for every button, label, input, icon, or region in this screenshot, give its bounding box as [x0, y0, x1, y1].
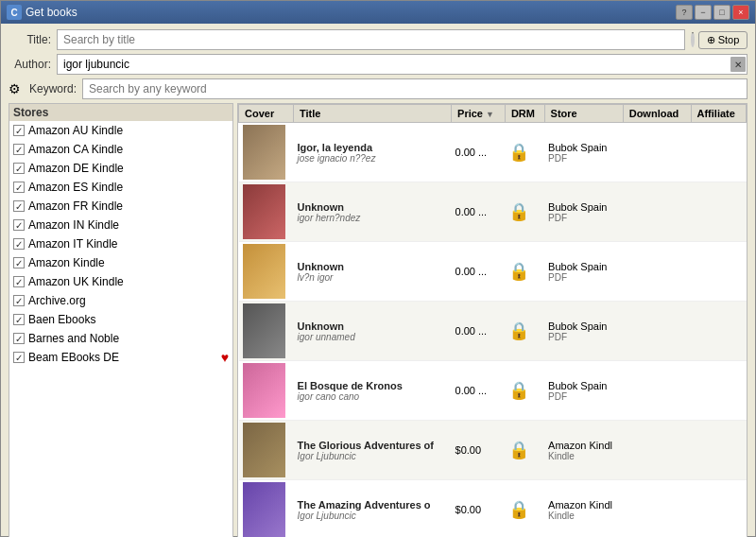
gear-icon[interactable]: ⚙: [9, 81, 21, 96]
book-author-0: jose ignacio n??ez: [298, 153, 448, 164]
store-type-1: PDF: [548, 213, 619, 223]
table-row[interactable]: The Amazing Adventures o Igor Ljubuncic …: [239, 480, 747, 538]
col-price[interactable]: Price ▼: [452, 105, 506, 123]
book-download-cell-4: [623, 361, 691, 421]
store-item-amazon-it[interactable]: Amazon IT Kindle: [9, 234, 232, 253]
col-title[interactable]: Title: [294, 105, 452, 123]
store-item-amazon-uk[interactable]: Amazon UK Kindle: [9, 272, 232, 291]
table-row[interactable]: Unknown lv?n igor 0.00 ... 🔒 Bubok Spain…: [239, 242, 747, 302]
store-checkbox-amazon-ca[interactable]: [13, 144, 25, 155]
col-download: Download: [623, 105, 691, 123]
table-row[interactable]: Unknown igor unnamed 0.00 ... 🔒 Bubok Sp…: [239, 302, 747, 361]
main-window: C Get books ? − □ × Title: ⊕ Stop Autho: [0, 0, 756, 537]
results-table-container[interactable]: Cover Title Price ▼ DRM Store: [237, 103, 747, 537]
store-label-barnes: Barnes and Noble: [28, 332, 119, 345]
book-drm-cell-3: 🔒: [505, 302, 544, 361]
store-type-4: PDF: [548, 391, 619, 402]
book-author-3: igor unnamed: [298, 332, 448, 342]
table-row[interactable]: Unknown igor hern?ndez 0.00 ... 🔒 Bubok …: [239, 182, 747, 242]
store-checkbox-amazon-de[interactable]: [13, 163, 25, 174]
titlebar-left: C Get books: [7, 5, 77, 20]
stores-list[interactable]: Amazon AU Kindle Amazon CA Kindle Amazon…: [9, 121, 233, 537]
window-close-button[interactable]: ×: [732, 5, 749, 20]
store-item-amazon-de[interactable]: Amazon DE Kindle: [9, 159, 232, 178]
favorite-icon: ♥: [221, 350, 229, 365]
store-label-baen: Baen Ebooks: [28, 313, 95, 326]
table-row[interactable]: The Glorious Adventures of Igor Ljubunci…: [239, 421, 747, 480]
loading-spinner: [691, 32, 695, 47]
book-title-0: Igor, la leyenda: [298, 142, 448, 153]
minimize-button[interactable]: −: [695, 5, 712, 20]
book-title-cell-2: Unknown lv?n igor: [294, 242, 452, 302]
book-cover-5: [243, 423, 285, 477]
store-label-amazon-de: Amazon DE Kindle: [28, 162, 124, 175]
book-download-cell-2: [623, 242, 691, 302]
store-name-0: Bubok Spain: [548, 142, 619, 153]
results-tbody: Igor, la leyenda jose ignacio n??ez 0.00…: [239, 123, 747, 538]
book-store-cell-1: Bubok Spain PDF: [544, 182, 623, 242]
store-item-barnes[interactable]: Barnes and Noble: [9, 329, 232, 348]
store-checkbox-amazon-au[interactable]: [13, 125, 25, 136]
drm-lock-icon-2: 🔒: [508, 259, 529, 284]
table-header-row: Cover Title Price ▼ DRM Store: [239, 105, 747, 123]
store-item-beam[interactable]: Beam EBooks DE ♥: [9, 348, 232, 367]
table-row[interactable]: El Bosque de Kronos igor cano cano 0.00 …: [239, 361, 747, 421]
store-item-amazon-in[interactable]: Amazon IN Kindle: [9, 216, 232, 234]
book-author-2: lv?n igor: [298, 272, 448, 283]
store-checkbox-barnes[interactable]: [13, 333, 25, 344]
book-cover-cell-2: [239, 242, 294, 302]
author-row: Author: ✕: [9, 54, 747, 75]
store-checkbox-amazon-it[interactable]: [13, 238, 25, 250]
store-label-amazon-fr: Amazon FR Kindle: [28, 199, 123, 213]
store-checkbox-amazon-fr[interactable]: [13, 200, 25, 212]
book-affiliate-cell-6: [691, 480, 746, 538]
store-checkbox-beam[interactable]: [13, 352, 25, 363]
keyword-input[interactable]: [82, 78, 747, 99]
store-item-archive-org[interactable]: Archive.org: [9, 291, 232, 310]
store-item-baen[interactable]: Baen Ebooks: [9, 310, 232, 329]
help-button[interactable]: ?: [676, 5, 693, 20]
store-label-beam: Beam EBooks DE: [28, 351, 119, 364]
stop-button[interactable]: ⊕ Stop: [698, 31, 748, 49]
titlebar: C Get books ? − □ ×: [1, 1, 755, 24]
drm-lock-icon-1: 🔒: [508, 199, 529, 224]
store-name-5: Amazon Kindl: [548, 440, 619, 451]
book-price-cell-0: 0.00 ...: [452, 123, 506, 182]
store-item-amazon-kindle[interactable]: Amazon Kindle: [9, 253, 232, 272]
stores-sidebar: Stores Amazon AU Kindle Amazon CA Kindle…: [9, 103, 233, 537]
store-type-0: PDF: [548, 153, 619, 164]
title-input[interactable]: [57, 29, 685, 50]
store-label-amazon-kindle: Amazon Kindle: [28, 256, 105, 269]
book-cover-0: [243, 125, 285, 180]
book-price-cell-1: 0.00 ...: [452, 182, 506, 242]
book-download-cell-6: [623, 480, 691, 538]
book-cover-cell-0: [239, 123, 294, 182]
title-label: Title:: [9, 33, 51, 46]
store-checkbox-amazon-in[interactable]: [13, 219, 25, 231]
maximize-button[interactable]: □: [713, 5, 730, 20]
store-checkbox-baen[interactable]: [13, 314, 25, 325]
store-checkbox-amazon-uk[interactable]: [13, 276, 25, 287]
store-label-amazon-in: Amazon IN Kindle: [28, 218, 119, 232]
drm-lock-icon-0: 🔒: [508, 140, 529, 165]
store-checkbox-amazon-kindle[interactable]: [13, 257, 25, 268]
table-row[interactable]: Igor, la leyenda jose ignacio n??ez 0.00…: [239, 123, 747, 182]
drm-lock-icon-4: 🔒: [508, 378, 529, 403]
col-cover: Cover: [239, 105, 294, 123]
store-item-amazon-au[interactable]: Amazon AU Kindle: [9, 121, 232, 140]
book-cover-3: [243, 303, 285, 358]
book-cover-6: [243, 482, 285, 537]
main-content: Title: ⊕ Stop Author: ✕ ⚙ Keyword:: [1, 24, 755, 537]
author-clear-button[interactable]: ✕: [730, 57, 746, 72]
store-item-amazon-ca[interactable]: Amazon CA Kindle: [9, 140, 232, 159]
book-title-3: Unknown: [298, 320, 448, 332]
book-title-2: Unknown: [298, 261, 448, 272]
store-item-amazon-fr[interactable]: Amazon FR Kindle: [9, 197, 232, 216]
store-item-amazon-es[interactable]: Amazon ES Kindle: [9, 178, 232, 197]
results-table: Cover Title Price ▼ DRM Store: [238, 104, 747, 537]
store-checkbox-amazon-es[interactable]: [13, 182, 25, 193]
book-drm-cell-0: 🔒: [505, 123, 544, 182]
author-input[interactable]: [57, 54, 747, 75]
store-checkbox-archive-org[interactable]: [13, 295, 25, 306]
book-store-cell-4: Bubok Spain PDF: [544, 361, 623, 421]
